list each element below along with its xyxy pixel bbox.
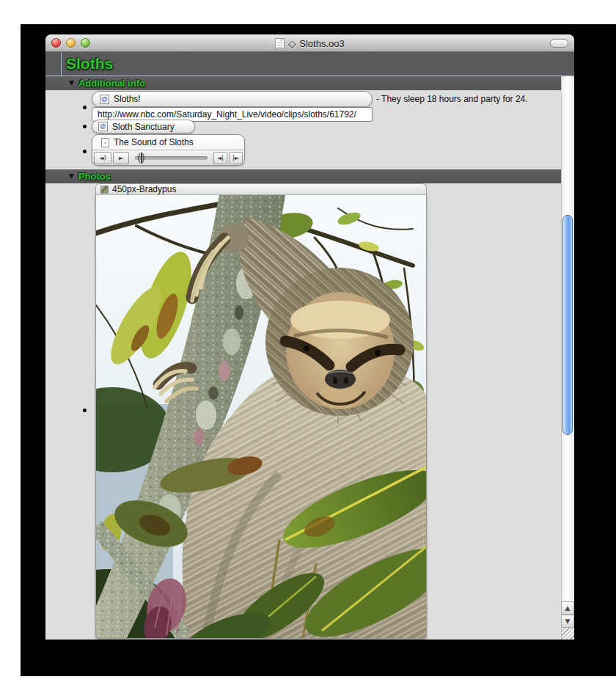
image-thumbnail-icon — [100, 186, 109, 194]
outline-content: ▼ Additional info @ Sloths! - They sleep… — [45, 76, 561, 640]
disclosure-triangle-icon[interactable]: ▼ — [69, 76, 74, 90]
audio-attachment: ▪ The Sound of Sloths ◄) ► ◄| |► — [92, 134, 245, 166]
row-note-text[interactable]: - They sleep 18 hours and party for 24. — [376, 94, 528, 104]
section-label[interactable]: Additional info — [78, 78, 145, 89]
audio-attachment-header[interactable]: ▪ The Sound of Sloths — [92, 135, 244, 150]
sloth-photo-art — [96, 195, 426, 638]
document-title[interactable]: Sloths — [45, 52, 574, 73]
row-handle-bullet[interactable] — [83, 106, 87, 109]
omnioutliner-window: ◇ Sloths.oo3 Sloths ▼ Additional info @ … — [45, 34, 574, 640]
scroll-down-button[interactable]: ▼ — [561, 615, 574, 628]
play-button[interactable]: ► — [113, 152, 129, 164]
window-title: ◇ Sloths.oo3 — [45, 34, 574, 52]
toolbar-toggle-button[interactable] — [550, 39, 568, 48]
disclosure-triangle-icon[interactable]: ▼ — [69, 169, 74, 183]
link-button-sloths[interactable]: @ Sloths! — [92, 91, 373, 107]
step-forward-button[interactable]: |► — [229, 152, 243, 164]
image-attachment-name: 450px-Bradypus — [112, 184, 176, 194]
window-titlebar[interactable]: ◇ Sloths.oo3 — [45, 34, 574, 52]
section-row-additional-info[interactable]: ▼ Additional info — [45, 76, 561, 90]
sloth-photo[interactable] — [95, 194, 427, 639]
audio-file-icon: ▪ — [101, 138, 109, 147]
row-handle-bullet[interactable] — [83, 150, 87, 153]
document-proxy-glyph: ◇ — [288, 38, 296, 49]
row-handle-bullet[interactable] — [83, 125, 87, 128]
playhead-thumb[interactable] — [138, 153, 144, 164]
row-handle-bullet[interactable] — [83, 409, 87, 412]
section-label[interactable]: Photos — [78, 171, 111, 182]
link-label: Sloths! — [114, 94, 141, 104]
section-row-photos[interactable]: ▼ Photos — [45, 169, 561, 183]
scroll-up-button[interactable]: ▲ — [561, 601, 574, 615]
audio-player-controls: ◄) ► ◄| |► — [92, 150, 244, 166]
image-attachment[interactable]: 450px-Bradypus — [95, 183, 427, 639]
link-at-icon: @ — [98, 122, 108, 131]
window-resize-grip[interactable] — [561, 628, 574, 640]
link-label: Sloth Sanctuary — [112, 122, 175, 132]
link-button-sloth-sanctuary[interactable]: @ Sloth Sanctuary — [92, 120, 195, 133]
document-proxy-icon[interactable] — [275, 38, 285, 49]
window-title-text: Sloths.oo3 — [299, 38, 344, 49]
document-header-row[interactable]: Sloths — [45, 52, 574, 76]
audio-title: The Sound of Sloths — [114, 137, 194, 147]
volume-button[interactable]: ◄) — [94, 152, 111, 164]
vertical-scrollbar-thumb[interactable] — [562, 215, 573, 435]
screenshot-stage: ◇ Sloths.oo3 Sloths ▼ Additional info @ … — [0, 0, 616, 685]
image-attachment-header[interactable]: 450px-Bradypus — [95, 183, 427, 194]
step-back-button[interactable]: ◄| — [213, 152, 227, 164]
seek-slider[interactable] — [135, 156, 208, 160]
link-at-icon: @ — [100, 95, 109, 104]
column-divider-line — [61, 52, 62, 76]
